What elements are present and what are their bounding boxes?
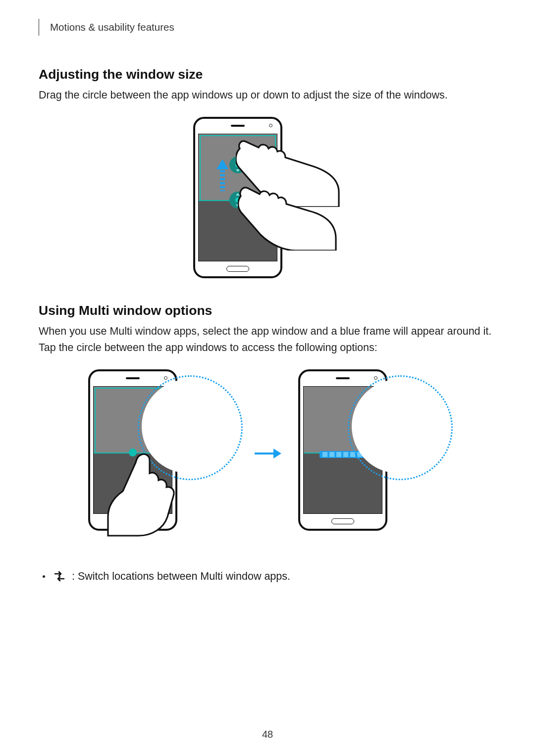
page-number: 48 — [0, 729, 535, 740]
bullet-icon — [43, 575, 45, 578]
drag-handle-icon — [229, 156, 246, 173]
figure-adjust-window-size — [39, 117, 496, 275]
figure-multi-window-options — [39, 369, 496, 538]
heading-adjusting-window-size: Adjusting the window size — [39, 67, 496, 82]
running-header-text: Motions & usability features — [50, 21, 174, 33]
magnifier-detail — [352, 379, 446, 473]
right-arrow-icon — [255, 449, 280, 458]
magnifier-detail — [142, 379, 236, 473]
bullet-text: : Switch locations between Multi window … — [72, 570, 290, 583]
running-header: Motions & usability features — [39, 19, 496, 36]
drag-handle-icon — [129, 449, 137, 456]
paragraph-adjust-body: Drag the circle between the app windows … — [39, 87, 496, 103]
bullet-switch-locations: : Switch locations between Multi window … — [39, 570, 496, 583]
switch-location-icon — [53, 571, 66, 582]
paragraph-options-body: When you use Multi window apps, select t… — [39, 323, 496, 355]
heading-multi-window-options: Using Multi window options — [39, 303, 496, 318]
drag-handle-icon — [229, 192, 246, 208]
phone-illustration — [193, 117, 282, 278]
up-arrow-icon — [217, 159, 227, 191]
